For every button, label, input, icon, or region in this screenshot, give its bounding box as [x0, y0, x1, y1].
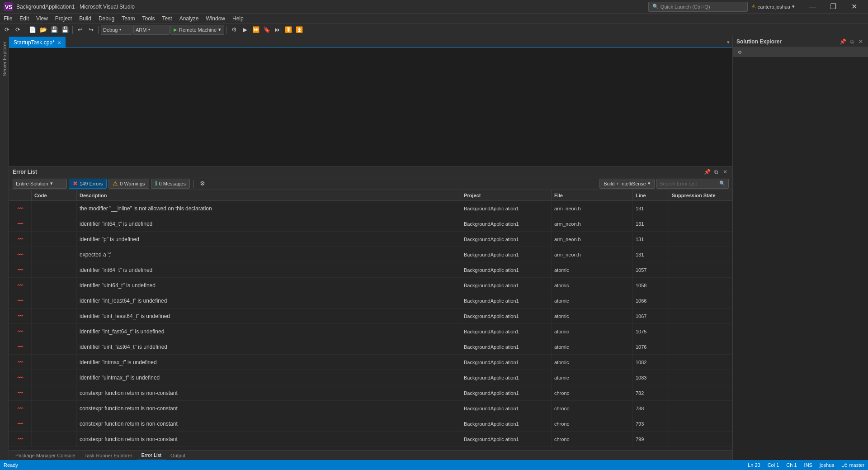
close-panel-button[interactable]: ✕: [722, 168, 729, 176]
warnings-filter-button[interactable]: ⚠ 0 Warnings: [108, 179, 149, 189]
col-description[interactable]: Description: [77, 190, 461, 200]
table-row[interactable]: identifier "int_least64_t" is undefined …: [9, 293, 732, 309]
menu-test[interactable]: Test: [159, 14, 176, 23]
errors-filter-button[interactable]: ✖ 149 Errors: [69, 179, 107, 189]
sidebar-item-server-explorer[interactable]: Server Explorer: [1, 38, 8, 80]
col-file[interactable]: File: [552, 190, 633, 200]
se-pin-button[interactable]: 📌: [839, 38, 846, 45]
menu-edit[interactable]: Edit: [16, 14, 33, 23]
remote-target-button[interactable]: ▶ Remote Machine ▾: [170, 25, 224, 35]
float-button[interactable]: ⧉: [712, 168, 720, 176]
col-suppression[interactable]: Suppression State: [669, 190, 732, 200]
tab-dropdown[interactable]: ▾: [724, 37, 732, 47]
table-row[interactable]: identifier "p" is undefined BackgroundAp…: [9, 232, 732, 247]
error-code-cell: [32, 355, 77, 370]
status-col: Col 1: [768, 462, 779, 468]
table-row[interactable]: expected a ';' BackgroundApplic ation1 a…: [9, 247, 732, 262]
tab-label: StartupTask.cpp*: [14, 39, 55, 46]
svg-line-70: [19, 377, 20, 378]
se-close-button[interactable]: ✕: [857, 38, 864, 45]
col-line[interactable]: Line: [633, 190, 669, 200]
platform-dropdown[interactable]: ARM ▾: [133, 25, 170, 35]
back-button[interactable]: ⟳: [2, 25, 12, 35]
messages-filter-button[interactable]: ℹ 0 Messages: [151, 179, 190, 189]
error-file-cell: arm_neon.h: [552, 232, 633, 247]
table-row[interactable]: constexpr function return is non-constan…: [9, 401, 732, 416]
error-description-cell: identifier "p" is undefined: [77, 232, 461, 247]
table-row[interactable]: identifier "int_fast64_t" is undefined B…: [9, 324, 732, 339]
se-toolbar-btn[interactable]: ⚙: [735, 47, 745, 57]
table-row[interactable]: identifier "uint_fast64_t" is undefined …: [9, 339, 732, 355]
forward-button[interactable]: ⟳: [13, 25, 23, 35]
error-project-cell: BackgroundApplic ation1: [461, 370, 552, 385]
search-error-input[interactable]: Search Error List 🔍: [656, 179, 729, 189]
error-table[interactable]: Code Description Project File Line Suppr…: [9, 190, 732, 450]
tab-package-manager[interactable]: Package Manager Console: [11, 451, 80, 461]
save-button[interactable]: 💾: [49, 25, 59, 35]
error-file-cell: atomic: [552, 355, 633, 370]
config-dropdown[interactable]: Debug ▾: [101, 25, 132, 35]
search-icon: 🔍: [719, 180, 726, 186]
error-icon-cell: [9, 309, 32, 323]
tab-startuptask[interactable]: StartupTask.cpp* ✕: [9, 37, 66, 47]
error-code-cell: [32, 262, 77, 277]
toolbar-btn-5[interactable]: ⏭: [273, 25, 283, 35]
tab-task-runner[interactable]: Task Runner Explorer: [80, 451, 137, 461]
menu-view[interactable]: View: [33, 14, 52, 23]
toolbar-btn-1[interactable]: ⚙: [229, 25, 239, 35]
code-area[interactable]: [9, 48, 732, 166]
scope-dropdown[interactable]: Entire Solution ▾: [13, 179, 67, 189]
new-file-button[interactable]: 📄: [28, 25, 38, 35]
menu-help[interactable]: Help: [229, 14, 247, 23]
menu-project[interactable]: Project: [52, 14, 75, 23]
table-row[interactable]: identifier "int64_t" is undefined Backgr…: [9, 216, 732, 232]
col-icon[interactable]: [9, 190, 32, 200]
toolbar-btn-7[interactable]: ⏫: [294, 25, 304, 35]
svg-line-50: [18, 331, 19, 332]
quick-launch[interactable]: 🔍 Quick Launch (Ctrl+Q): [648, 2, 748, 12]
menu-tools[interactable]: Tools: [139, 14, 159, 23]
table-row[interactable]: constexpr function return is non-constan…: [9, 432, 732, 447]
undo-button[interactable]: ↩: [75, 25, 85, 35]
tab-output[interactable]: Output: [166, 451, 190, 461]
minimize-button[interactable]: —: [802, 0, 823, 14]
build-filter-dropdown[interactable]: Build + IntelliSense ▾: [599, 179, 655, 189]
menu-build[interactable]: Build: [75, 14, 95, 23]
toolbar-btn-3[interactable]: ⏩: [251, 25, 261, 35]
menu-window[interactable]: Window: [202, 14, 229, 23]
table-row[interactable]: identifier "uint64_t" is undefined Backg…: [9, 278, 732, 293]
table-row[interactable]: identifier "int64_t" is undefined Backgr…: [9, 262, 732, 278]
maximize-button[interactable]: ❐: [823, 0, 844, 14]
col-project[interactable]: Project: [461, 190, 552, 200]
toolbar-btn-4[interactable]: 🔖: [262, 25, 272, 35]
tab-close-button[interactable]: ✕: [57, 40, 61, 45]
svg-line-24: [21, 254, 22, 255]
menu-debug[interactable]: Debug: [95, 14, 118, 23]
toolbar-btn-2[interactable]: ▶: [240, 25, 250, 35]
save-all-button[interactable]: 💾: [60, 25, 70, 35]
toolbar-btn-6[interactable]: ⏬: [283, 25, 293, 35]
table-row[interactable]: identifier "intmax_t" is undefined Backg…: [9, 355, 732, 370]
menu-analyze[interactable]: Analyze: [176, 14, 203, 23]
redo-button[interactable]: ↪: [86, 25, 96, 35]
svg-line-46: [19, 315, 20, 316]
menu-file[interactable]: File: [0, 14, 16, 23]
table-row[interactable]: identifier "uint_least64_t" is undefined…: [9, 309, 732, 324]
open-button[interactable]: 📂: [38, 25, 48, 35]
table-row[interactable]: constexpr function return is non-constan…: [9, 416, 732, 432]
svg-line-7: [22, 208, 23, 209]
svg-line-20: [18, 254, 19, 255]
table-row[interactable]: the modifier "__inline" is not allowed o…: [9, 201, 732, 216]
close-button[interactable]: ✕: [844, 0, 864, 14]
table-row[interactable]: identifier "uintmax_t" is undefined Back…: [9, 370, 732, 385]
menu-team[interactable]: Team: [118, 14, 138, 23]
error-suppression-cell: [669, 432, 732, 446]
filter-extra-button[interactable]: ⚙: [198, 179, 208, 189]
error-project-cell: BackgroundApplic ation1: [461, 432, 552, 446]
col-code[interactable]: Code: [32, 190, 77, 200]
chevron-down-icon: ▾: [218, 27, 221, 33]
se-float-button[interactable]: ⧉: [848, 38, 855, 45]
tab-error-list[interactable]: Error List: [137, 451, 166, 461]
pin-button[interactable]: 📌: [703, 168, 711, 176]
table-row[interactable]: constexpr function return is non-constan…: [9, 385, 732, 401]
